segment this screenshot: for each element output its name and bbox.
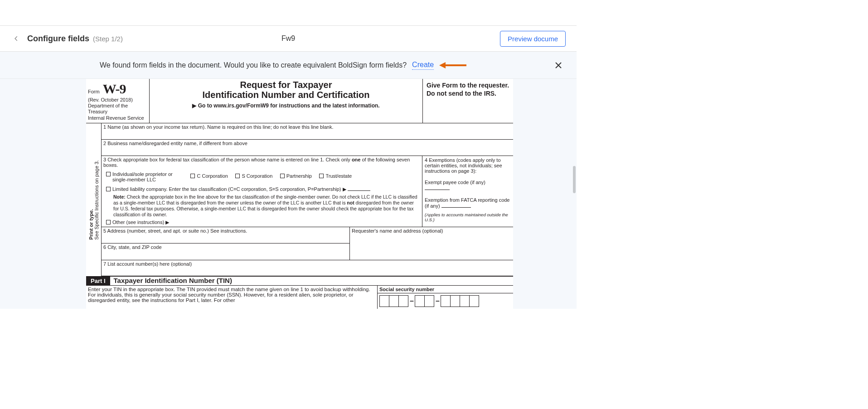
ssn-cell[interactable]	[469, 295, 479, 307]
ssn-box: Social security number – –	[377, 286, 513, 309]
ssn-cell[interactable]	[441, 295, 451, 307]
opt-other: Other (see instructions) ▶	[112, 219, 169, 225]
w9-form-id-block: Form W-9 (Rev. October 2018) Department …	[86, 79, 150, 123]
ssn-dash: –	[434, 295, 441, 307]
ssn-cell[interactable]	[389, 295, 399, 307]
tin-text: Enter your TIN in the appropriate box. T…	[86, 286, 377, 309]
requester-block: Requester's name and address (optional)	[350, 227, 513, 260]
form-title-l1: Request for Taxpayer	[152, 80, 420, 90]
w9-line7: 7 List account number(s) here (optional)	[102, 260, 513, 276]
line3-lead: 3 Check appropriate box for federal tax …	[103, 157, 352, 162]
document-canvas[interactable]: Form W-9 (Rev. October 2018) Department …	[0, 79, 577, 309]
opt-trust: Trust/estate	[325, 173, 352, 179]
dept-line1: Department of the Treasury	[88, 103, 146, 115]
exempt-payee: Exempt payee code (if any)	[425, 180, 485, 185]
opt-ccorp: C Corporation	[197, 173, 228, 179]
w9-line4: 4 Exemptions (codes apply only to certai…	[422, 156, 513, 227]
ssn-cell[interactable]	[398, 295, 408, 307]
form-code: W-9	[103, 81, 126, 97]
fatca-blank[interactable]	[441, 203, 471, 208]
line3-one: one	[352, 157, 361, 162]
step-indicator: (Step 1/2)	[93, 35, 123, 43]
preview-document-button[interactable]: Preview docume	[500, 31, 566, 47]
side-see: See Specific Instructions on page 3.	[94, 160, 99, 240]
checkbox-individual[interactable]	[106, 172, 111, 176]
llc-class-blank[interactable]	[348, 186, 370, 191]
dept-line2: Internal Revenue Service	[88, 115, 146, 121]
llc-note-lead: Note:	[113, 194, 126, 200]
chevron-left-icon	[13, 35, 19, 42]
w9-title-block: Request for Taxpayer Identification Numb…	[150, 79, 422, 123]
side-print: Print or type.	[88, 209, 94, 239]
exemptions-lead: 4 Exemptions (codes apply only to certai…	[422, 156, 513, 175]
back-button[interactable]	[11, 33, 22, 44]
vertical-scrollbar[interactable]	[573, 166, 576, 193]
ssn-cell[interactable]	[415, 295, 425, 307]
form-title-l2: Identification Number and Certification	[152, 90, 420, 100]
opt-individual: Individual/sole proprietor or single-mem…	[112, 171, 180, 182]
fields-detected-banner: We found form fields in the document. Wo…	[0, 52, 577, 79]
ssn-label: Social security number	[378, 286, 513, 293]
opt-llc: Limited liability company. Enter the tax…	[112, 186, 346, 192]
ssn-dash: –	[408, 295, 415, 307]
checkbox-scorp[interactable]	[235, 174, 240, 178]
document-name: Fw9	[281, 34, 295, 42]
opt-partnership: Partnership	[286, 173, 312, 179]
topbar: Configure fields (Step 1/2) Fw9 Preview …	[0, 25, 577, 52]
part1-header: Part ITaxpayer Identification Number (TI…	[86, 276, 513, 286]
ssn-cell[interactable]	[450, 295, 460, 307]
w9-header: Form W-9 (Rev. October 2018) Department …	[86, 79, 513, 123]
part1-badge: Part I	[86, 277, 110, 285]
opt-scorp: S Corporation	[242, 173, 272, 179]
page-title: Configure fields	[27, 34, 89, 44]
document-page: Form W-9 (Rev. October 2018) Department …	[86, 79, 513, 309]
tin-section: Enter your TIN in the appropriate box. T…	[86, 286, 513, 309]
ssn-cell[interactable]	[460, 295, 470, 307]
checkbox-trust[interactable]	[319, 174, 324, 178]
checkbox-other[interactable]	[106, 220, 111, 224]
w9-body: Print or type.See Specific Instructions …	[86, 123, 513, 277]
checkbox-ccorp[interactable]	[190, 174, 195, 178]
w9-line6: 6 City, state, and ZIP code	[102, 243, 349, 260]
w9-side-label: Print or type.See Specific Instructions …	[86, 123, 102, 277]
part1-title: Taxpayer Identification Number (TIN)	[114, 277, 232, 284]
ssn-cells: – –	[378, 293, 513, 309]
w9-line5: 5 Address (number, street, and apt. or s…	[102, 227, 349, 243]
w9-line3: 3 Check appropriate box for federal tax …	[102, 156, 422, 227]
w9-line1: 1 Name (as shown on your income tax retu…	[102, 123, 513, 140]
checkbox-partnership[interactable]	[280, 174, 285, 178]
llc-note-not: not	[347, 200, 354, 205]
ssn-cell[interactable]	[424, 295, 434, 307]
w9-give-form: Give Form to the requester. Do not send …	[422, 79, 513, 123]
checkbox-llc[interactable]	[106, 187, 111, 191]
fatca-note: (Applies to accounts maintained outside …	[422, 209, 513, 225]
ssn-cell[interactable]	[379, 295, 389, 307]
create-fields-link[interactable]: Create	[412, 61, 434, 70]
exempt-payee-blank[interactable]	[425, 185, 450, 190]
form-revision: (Rev. October 2018)	[88, 97, 146, 103]
banner-message: We found form fields in the document. Wo…	[100, 61, 407, 69]
app-root: Configure fields (Step 1/2) Fw9 Preview …	[0, 25, 577, 309]
form-goto: ▶ Go to www.irs.gov/FormW9 for instructi…	[152, 102, 420, 109]
w9-field-grid: 1 Name (as shown on your income tax retu…	[102, 123, 513, 277]
close-icon	[555, 62, 562, 68]
annotation-arrow-icon	[439, 61, 466, 69]
form-word: Form	[88, 89, 100, 94]
close-banner-button[interactable]	[554, 61, 563, 70]
w9-line2: 2 Business name/disregarded entity name,…	[102, 140, 513, 156]
